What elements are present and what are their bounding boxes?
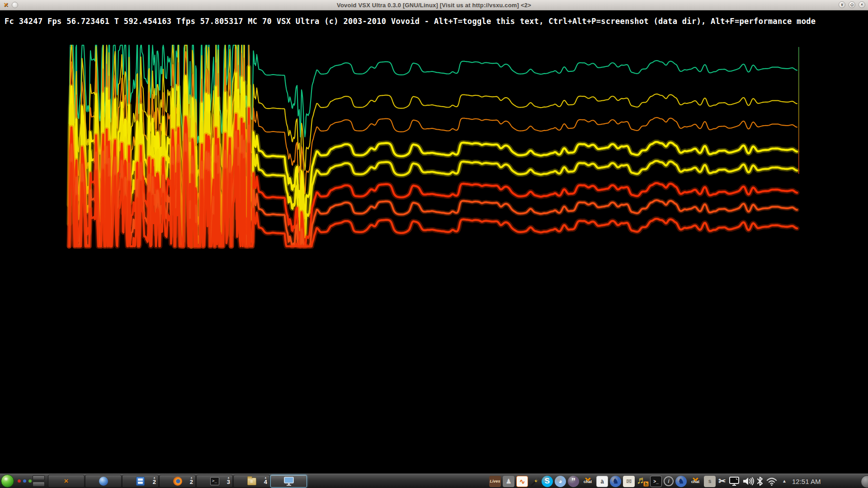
pager-dot-green[interactable] xyxy=(28,479,32,483)
terminal-icon: >_ xyxy=(210,477,219,485)
system-tray: Lives♟∿S◕”× chatà♞✉♬ h>_i♞× chats✂▲12:51… xyxy=(489,475,822,488)
gray-app-icon[interactable]: ♟ xyxy=(503,475,514,488)
task-vsxu[interactable]: × xyxy=(48,475,85,488)
window-count: ▲ 4 xyxy=(264,476,267,485)
skype-icon[interactable]: S xyxy=(542,475,553,488)
keyboard-key-icon[interactable]: à xyxy=(596,475,608,488)
window-title: Vovoid VSX Ultra 0.3.0 [GNU/Linux] [Visi… xyxy=(0,2,868,9)
monitor-icon xyxy=(283,476,294,486)
taskbar: × ▲ 2 ▲ 2>_ ▲ 3≡ ▲ 4 Lives♟∿S◕”× chatà♞✉… xyxy=(0,474,868,488)
window-count: ▲ 3 xyxy=(227,476,230,485)
wifi-icon[interactable] xyxy=(765,475,778,488)
up-arrow-icon[interactable]: ▲ xyxy=(780,475,789,488)
music-note-icon[interactable]: ♬ h xyxy=(637,475,648,488)
pidgin-icon[interactable]: ” xyxy=(568,475,579,488)
mail-icon[interactable]: ✉ xyxy=(623,475,635,488)
edge-circle-icon[interactable] xyxy=(861,475,868,488)
maximize-button[interactable]: ◇ xyxy=(849,1,855,8)
xchat-icon-2[interactable]: × chat xyxy=(689,475,702,488)
bag-icon[interactable]: s xyxy=(704,475,716,488)
task-terminal[interactable]: >_ ▲ 3 xyxy=(196,475,233,488)
task-browser[interactable] xyxy=(85,475,122,488)
audio-jack-icon[interactable] xyxy=(530,475,540,488)
waveform-meter-icon[interactable]: ∿ xyxy=(516,475,528,488)
close-button[interactable]: × xyxy=(859,1,865,8)
file-cabinet-icon xyxy=(136,477,145,486)
task-display[interactable] xyxy=(270,475,307,488)
display-icon[interactable] xyxy=(728,475,740,488)
minimize-button[interactable]: ∨ xyxy=(839,1,845,8)
task-list: × ▲ 2 ▲ 2>_ ▲ 3≡ ▲ 4 xyxy=(48,475,307,488)
vsxu-x-icon: × xyxy=(64,477,69,486)
task-firefox[interactable]: ▲ 2 xyxy=(159,475,196,488)
lives-icon[interactable]: Lives xyxy=(489,475,501,488)
info-icon[interactable]: i xyxy=(664,475,674,488)
task-folders[interactable]: ≡ ▲ 4 xyxy=(233,475,270,488)
vsxu-app-icon: × xyxy=(2,1,10,9)
pager-dot-red[interactable] xyxy=(18,479,21,483)
pager-dot-blue[interactable] xyxy=(23,479,26,483)
amarok-wolf-icon[interactable]: ♞ xyxy=(610,475,621,488)
suse-menu-button[interactable] xyxy=(1,474,14,488)
window-count: ▲ 2 xyxy=(190,476,193,485)
amarok-wolf-icon-2[interactable]: ♞ xyxy=(675,475,687,488)
bluetooth-icon[interactable] xyxy=(756,475,764,488)
volume-icon[interactable] xyxy=(742,475,755,488)
titlebar-menu-button[interactable] xyxy=(12,2,18,8)
scissors-icon[interactable]: ✂ xyxy=(717,475,726,488)
show-desktop-button[interactable] xyxy=(33,475,45,487)
clock[interactable]: 12:51 AM xyxy=(791,478,822,485)
terminal-icon[interactable]: >_ xyxy=(650,475,662,488)
folder-icon: ≡ xyxy=(247,478,256,485)
task-files[interactable]: ▲ 2 xyxy=(122,475,159,488)
viz-marker-line xyxy=(798,47,799,174)
xchat-icon[interactable]: × chat xyxy=(581,475,594,488)
workspace-pager[interactable] xyxy=(18,479,32,483)
chromium-icon[interactable]: ◕ xyxy=(555,475,566,488)
vsxu-visualization xyxy=(0,0,868,488)
window-titlebar: × Vovoid VSX Ultra 0.3.0 [GNU/Linux] [Vi… xyxy=(0,0,868,10)
window-count: ▲ 2 xyxy=(153,476,156,485)
vsxu-status-text: Fc 34247 Fps 56.723461 T 592.454163 Tfps… xyxy=(5,16,816,26)
firefox-icon xyxy=(173,477,182,486)
globe-icon xyxy=(99,477,108,486)
